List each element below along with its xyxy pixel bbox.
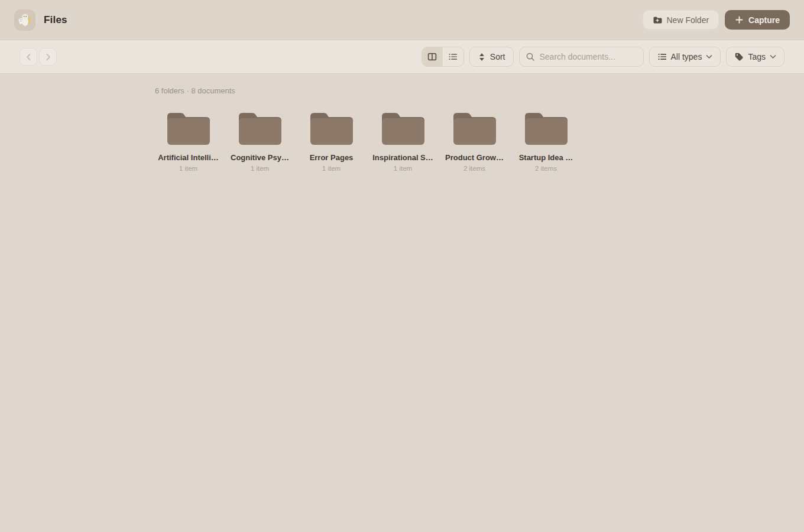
folder-item-count: 1 item: [179, 165, 197, 172]
folder-icon: [167, 111, 210, 145]
list-filter-icon: [657, 52, 667, 61]
folder-name: Error Pages: [310, 153, 354, 162]
new-folder-label: New Folder: [667, 15, 709, 25]
folder-tile[interactable]: Inspirational S… 1 item: [369, 111, 436, 172]
folder-tile[interactable]: Product Grow… 2 items: [441, 111, 508, 172]
folder-item-count: 1 item: [251, 165, 269, 172]
new-folder-button[interactable]: New Folder: [643, 10, 719, 30]
chevron-down-icon: [706, 54, 712, 59]
chevron-down-icon: [770, 54, 776, 59]
capture-button[interactable]: Capture: [725, 10, 790, 30]
content-area: 6 folders · 8 documents Artificial Intel…: [0, 74, 804, 172]
all-types-label: All types: [671, 52, 702, 61]
folder-name: Product Grow…: [445, 153, 504, 162]
app-logo-mascot-icon: [16, 11, 34, 29]
folder-item-count: 1 item: [394, 165, 412, 172]
folder-item-count: 1 item: [322, 165, 341, 172]
search-box: [519, 47, 644, 67]
page-title: Files: [44, 14, 67, 26]
folder-name: Inspirational S…: [372, 153, 433, 162]
folder-item-count: 2 items: [463, 165, 485, 172]
sort-label: Sort: [490, 52, 505, 61]
folder-item-count: 2 items: [535, 165, 557, 172]
tags-label: Tags: [748, 52, 766, 61]
forward-button[interactable]: [39, 48, 57, 66]
columns-view-icon: [427, 52, 437, 61]
folder-name: Startup Idea …: [519, 153, 573, 162]
chevron-left-icon: [24, 53, 33, 61]
folder-tile[interactable]: Cognitive Psy… 1 item: [226, 111, 293, 172]
folder-plus-icon: [653, 15, 662, 25]
tags-filter-button[interactable]: Tags: [726, 47, 784, 67]
app-logo: [14, 9, 35, 31]
all-types-filter-button[interactable]: All types: [649, 47, 721, 67]
app-header: Files New Folder Capture: [0, 0, 804, 40]
search-input[interactable]: [519, 47, 644, 67]
folder-icon: [310, 111, 353, 145]
sort-button[interactable]: Sort: [469, 47, 514, 67]
folder-icon: [382, 111, 424, 145]
sort-arrows-icon: [478, 53, 486, 61]
toolbar: Sort All types: [0, 40, 804, 74]
folder-tile[interactable]: Startup Idea … 2 items: [513, 111, 579, 172]
grid-view-button[interactable]: [422, 47, 443, 66]
chevron-right-icon: [44, 53, 53, 61]
folder-name: Cognitive Psy…: [231, 153, 289, 162]
tag-icon: [734, 52, 744, 61]
capture-label: Capture: [748, 15, 780, 25]
folder-tile[interactable]: Error Pages 1 item: [298, 111, 365, 172]
list-view-button[interactable]: [443, 47, 463, 66]
search-icon: [526, 52, 535, 61]
plus-icon: [735, 15, 744, 24]
folder-icon: [453, 111, 496, 145]
toolbar-right-group: Sort All types: [422, 47, 784, 67]
folder-name: Artificial Intelli…: [158, 153, 219, 162]
view-mode-toggle: [422, 47, 464, 67]
item-count-summary: 6 folders · 8 documents: [155, 86, 804, 95]
folder-grid: Artificial Intelli… 1 item Cognitive Psy…: [155, 111, 804, 172]
folder-icon: [239, 111, 281, 145]
folder-tile[interactable]: Artificial Intelli… 1 item: [155, 111, 222, 172]
folder-icon: [525, 111, 568, 145]
list-view-icon: [448, 52, 458, 61]
back-button[interactable]: [20, 48, 37, 66]
